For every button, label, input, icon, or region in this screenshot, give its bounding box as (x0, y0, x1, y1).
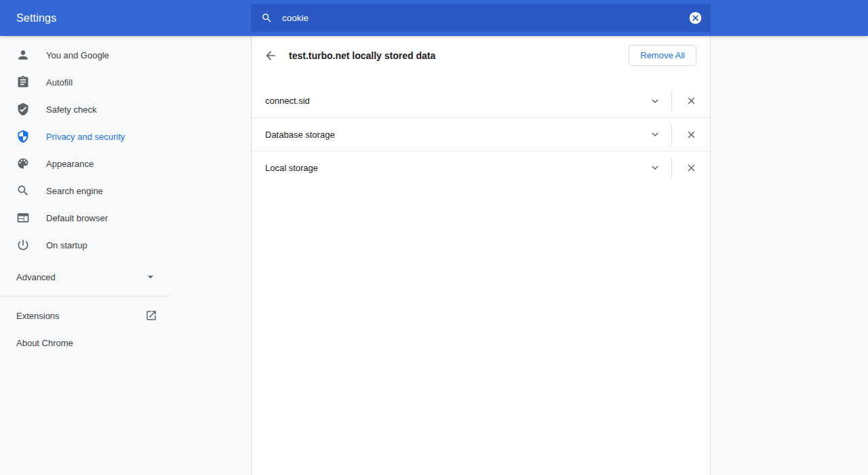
stored-data-label: Database storage (265, 130, 639, 140)
stored-data-label: connect.sid (265, 96, 639, 106)
sidebar-item-privacy-and-security[interactable]: Privacy and security (0, 123, 170, 150)
sidebar-item-label: Default browser (46, 213, 108, 223)
clear-search-icon (688, 11, 703, 25)
stored-data-label: Local storage (265, 163, 639, 173)
palette-icon (16, 157, 30, 170)
search-input[interactable] (282, 13, 688, 23)
sidebar-item-safety-check[interactable]: Safety check (0, 96, 170, 123)
delete-row-button[interactable] (672, 151, 710, 184)
toolbar-left: Settings (0, 12, 251, 24)
page-title: Settings (0, 12, 251, 24)
settings-toolbar: Settings (0, 0, 868, 36)
settings-search-field[interactable] (251, 4, 711, 32)
remove-all-button[interactable]: Remove All (629, 45, 696, 66)
search-icon (16, 184, 30, 197)
delete-row-button[interactable] (672, 85, 710, 117)
sidebar-advanced-toggle[interactable]: Advanced (0, 263, 170, 290)
chevron-down-icon (649, 95, 661, 107)
person-icon (16, 48, 30, 62)
back-arrow-icon (264, 49, 277, 62)
chevron-down-icon (649, 128, 661, 140)
sidebar-item-default-browser[interactable]: Default browser (0, 204, 170, 231)
site-data-title: test.turbo.net locally stored data (289, 50, 629, 61)
power-icon (16, 238, 30, 252)
expand-row-button[interactable] (639, 151, 671, 184)
delete-row-button[interactable] (672, 118, 710, 151)
sidebar-divider (0, 296, 170, 297)
stored-data-row-connect-sid: connect.sid (252, 84, 710, 117)
right-margin (711, 36, 868, 475)
close-x-icon (686, 95, 697, 107)
sidebar-item-label: Privacy and security (46, 132, 125, 142)
sidebar-item-on-startup[interactable]: On startup (0, 231, 170, 259)
sidebar-gap (0, 259, 251, 263)
external-link-icon (145, 309, 157, 322)
sidebar-item-appearance[interactable]: Appearance (0, 150, 170, 177)
chevron-down-icon (649, 162, 661, 174)
stored-data-row-database-storage: Database storage (252, 117, 710, 151)
search-icon (261, 12, 273, 24)
autofill-icon (16, 75, 30, 89)
settings-sidebar: You and Google Autofill Safety check (0, 36, 251, 475)
sidebar-item-label: Autofill (46, 77, 73, 88)
close-x-icon (686, 129, 697, 140)
sidebar-item-you-and-google[interactable]: You and Google (0, 41, 170, 69)
expand-row-button[interactable] (639, 85, 671, 117)
sidebar-item-label: Search engine (46, 186, 103, 196)
sidebar-item-label: Appearance (46, 159, 94, 169)
settings-content: test.turbo.net locally stored data Remov… (251, 36, 711, 475)
sidebar-item-label: You and Google (46, 50, 109, 60)
sidebar-item-label: On startup (46, 240, 87, 250)
sidebar-item-label: Safety check (46, 104, 96, 115)
sidebar-item-about-chrome[interactable]: About Chrome (0, 329, 170, 356)
close-x-icon (686, 162, 697, 174)
safety-check-shield-icon (16, 102, 30, 116)
advanced-label: Advanced (16, 272, 56, 282)
extensions-label: Extensions (16, 311, 60, 321)
chevron-down-caret-icon (144, 270, 157, 284)
about-chrome-label: About Chrome (16, 338, 73, 348)
site-data-header: test.turbo.net locally stored data Remov… (252, 36, 710, 75)
sidebar-item-autofill[interactable]: Autofill (0, 69, 170, 96)
sidebar-item-extensions[interactable]: Extensions (0, 302, 170, 329)
privacy-shield-icon (16, 130, 30, 143)
sidebar-item-search-engine[interactable]: Search engine (0, 177, 170, 204)
back-button[interactable] (261, 46, 280, 65)
stored-data-list: connect.sid Database storage (252, 84, 710, 184)
browser-window-icon (16, 211, 30, 225)
stored-data-row-local-storage: Local storage (252, 151, 710, 184)
expand-row-button[interactable] (639, 118, 671, 151)
clear-search-button[interactable] (688, 11, 703, 26)
